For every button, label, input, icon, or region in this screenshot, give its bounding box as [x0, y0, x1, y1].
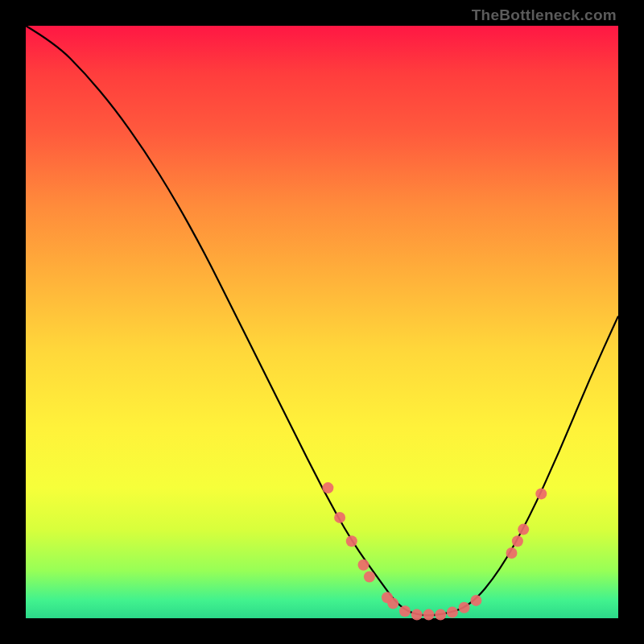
data-point: [423, 609, 435, 621]
data-point: [506, 547, 518, 559]
data-point: [512, 535, 523, 547]
data-point: [399, 605, 411, 617]
scatter-points: [322, 482, 547, 621]
data-point: [346, 535, 357, 547]
data-point: [322, 482, 333, 493]
data-point: [358, 559, 369, 571]
data-point: [364, 572, 375, 583]
watermark: TheBottleneck.com: [472, 6, 617, 24]
data-point: [459, 602, 470, 613]
data-point: [334, 512, 345, 523]
bottleneck-curve: [26, 26, 618, 615]
data-point: [411, 609, 423, 621]
data-point: [518, 524, 529, 535]
data-point: [387, 598, 398, 609]
data-point: [535, 488, 547, 499]
data-point: [435, 609, 446, 621]
data-point: [447, 607, 458, 618]
data-point: [470, 595, 481, 606]
chart-svg: [26, 26, 618, 618]
chart-frame: TheBottleneck.com: [0, 0, 644, 644]
